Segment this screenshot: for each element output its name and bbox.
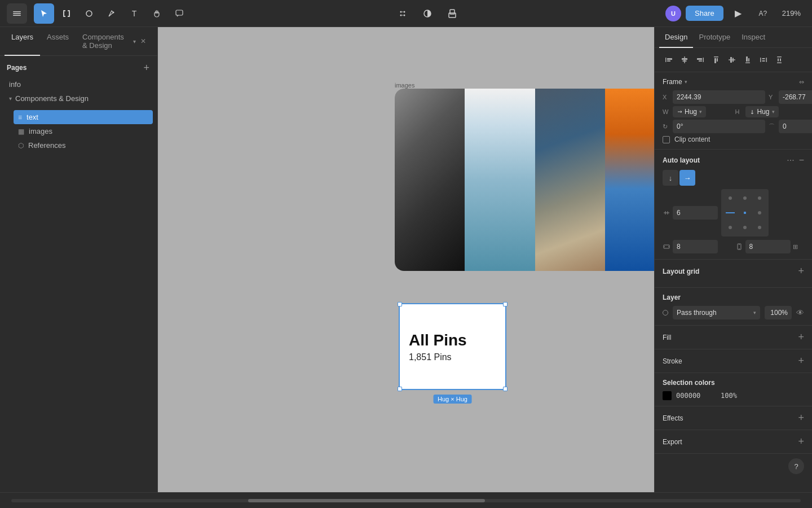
visibility-toggle-button[interactable]: 👁 <box>796 308 804 317</box>
image-panel-2 <box>465 89 535 271</box>
direction-down-button[interactable]: ↓ <box>663 170 678 186</box>
align-right-button[interactable] <box>693 52 708 67</box>
frame-chevron-icon: ▾ <box>685 79 687 85</box>
auto-layout-options-button[interactable]: ··· <box>784 155 796 165</box>
padding-h-input[interactable] <box>673 240 718 253</box>
y-input[interactable] <box>779 90 812 104</box>
color-opacity-input[interactable] <box>714 392 737 400</box>
align-middle-v-button[interactable] <box>725 52 739 67</box>
shape-tool-button[interactable] <box>79 3 99 24</box>
canvas[interactable]: images text All Pins 1,851 Pins <box>158 27 654 492</box>
menu-button[interactable] <box>7 3 27 24</box>
assets-tab[interactable]: Assets <box>40 27 76 56</box>
layers-tab[interactable]: Layers <box>5 27 40 56</box>
opacity-input[interactable] <box>765 306 792 319</box>
add-fill-button[interactable]: + <box>798 331 804 343</box>
image-4 <box>605 89 654 271</box>
layer-item-images[interactable]: ▦ images <box>14 124 153 138</box>
x-label: X <box>663 94 670 100</box>
distribute-v-button[interactable] <box>772 52 787 67</box>
corner-input[interactable] <box>779 120 812 133</box>
align-left-button[interactable] <box>661 52 676 67</box>
svg-rect-19 <box>450 10 454 14</box>
svg-rect-5 <box>63 16 65 17</box>
svg-rect-38 <box>748 58 749 62</box>
handle-top-right[interactable] <box>503 302 508 306</box>
distribute-h-button[interactable] <box>756 52 771 67</box>
grid-icon-button[interactable] <box>392 3 413 24</box>
svg-rect-29 <box>699 60 702 62</box>
frame-subtitle-text: 1,851 Pins <box>409 352 452 362</box>
layout-grid-header: Layout grid + <box>663 265 804 277</box>
h-hug-display[interactable]: Hug ▾ <box>745 106 779 117</box>
color-hex-input[interactable] <box>676 392 710 400</box>
main-area: Layers Assets Components & Design ▾ ✕ Pa… <box>0 27 812 492</box>
layer-item-references[interactable]: ⬡ References <box>14 138 153 152</box>
x-input[interactable] <box>673 90 765 104</box>
inspect-tab[interactable]: Inspect <box>736 27 771 48</box>
zoom-display[interactable]: 219% <box>778 7 805 20</box>
align-center-h-button[interactable] <box>677 52 692 67</box>
images-frame[interactable] <box>395 89 654 271</box>
hand-tool-button[interactable] <box>147 3 167 24</box>
xy-row: X Y <box>663 90 804 104</box>
layer-item-text[interactable]: ≡ text <box>14 110 153 124</box>
handle-top-left[interactable] <box>398 302 402 306</box>
corner-icon: ⌒ <box>769 122 776 131</box>
help-button[interactable]: ? <box>788 458 804 474</box>
add-effect-button[interactable]: + <box>798 412 804 424</box>
w-hug-display[interactable]: Hug ▾ <box>673 106 706 117</box>
layer-controls: Pass through ▾ 👁 <box>663 306 804 319</box>
text-frame[interactable]: All Pins 1,851 Pins Hug × Hug <box>399 303 506 390</box>
share-button[interactable]: Share <box>686 6 723 21</box>
contrast-icon-button[interactable] <box>417 3 438 24</box>
add-export-button[interactable]: + <box>798 436 804 448</box>
add-page-button[interactable]: + <box>142 62 151 74</box>
components-design-tab[interactable]: Components & Design ▾ ✕ <box>76 27 153 55</box>
frame-title-pill[interactable]: Frame ▾ <box>663 78 687 86</box>
align-bottom-button[interactable] <box>740 52 755 67</box>
horizontal-scrollbar[interactable] <box>11 499 801 502</box>
page-item-info[interactable]: info <box>5 77 153 91</box>
svg-rect-3 <box>63 10 65 11</box>
component-icon-button[interactable] <box>442 3 462 24</box>
avatar: U <box>665 6 681 21</box>
padding-expand-icon[interactable]: ⊞ <box>793 243 798 251</box>
page-item-components-design[interactable]: ▾ Components & Design <box>5 91 153 106</box>
export-row: Export + <box>663 436 804 448</box>
auto-layout-remove-button[interactable]: − <box>799 155 804 165</box>
play-button[interactable]: ▶ <box>728 3 748 24</box>
font-button[interactable]: A? <box>753 3 773 24</box>
resize-proportional-icon[interactable]: ⇔ <box>799 78 804 86</box>
rotation-input[interactable] <box>673 120 765 133</box>
stroke-row: Stroke + <box>663 355 804 367</box>
add-layout-grid-button[interactable]: + <box>798 265 804 277</box>
svg-rect-4 <box>68 10 70 11</box>
comment-tool-button[interactable] <box>169 3 189 24</box>
select-tool-button[interactable] <box>34 3 54 24</box>
alignment-grid[interactable] <box>721 189 769 237</box>
clip-content-checkbox[interactable] <box>663 136 670 143</box>
layer-visibility-dot[interactable] <box>663 310 668 316</box>
design-tab[interactable]: Design <box>659 27 693 48</box>
close-icon[interactable]: ✕ <box>140 37 146 45</box>
padding-v-input[interactable] <box>745 240 791 253</box>
scrollbar-thumb[interactable] <box>248 499 485 502</box>
blend-mode-select[interactable]: Pass through ▾ <box>673 306 760 319</box>
spacing-input[interactable] <box>673 206 718 220</box>
handle-bottom-left[interactable] <box>398 387 402 391</box>
svg-point-13 <box>404 11 405 12</box>
frame-tool-button[interactable] <box>56 3 77 24</box>
direction-right-button[interactable]: → <box>679 170 695 186</box>
toolbar-center <box>192 3 663 24</box>
grid-dot-br <box>758 226 761 229</box>
handle-bottom-right[interactable] <box>503 387 508 391</box>
add-stroke-button[interactable]: + <box>798 355 804 367</box>
fill-row: Fill + <box>663 331 804 343</box>
pen-tool-button[interactable] <box>102 3 122 24</box>
y-label: Y <box>769 94 776 100</box>
color-swatch-black[interactable] <box>663 391 672 400</box>
text-tool-button[interactable]: T <box>124 3 144 24</box>
align-top-button[interactable] <box>709 52 723 67</box>
prototype-tab[interactable]: Prototype <box>693 27 736 48</box>
